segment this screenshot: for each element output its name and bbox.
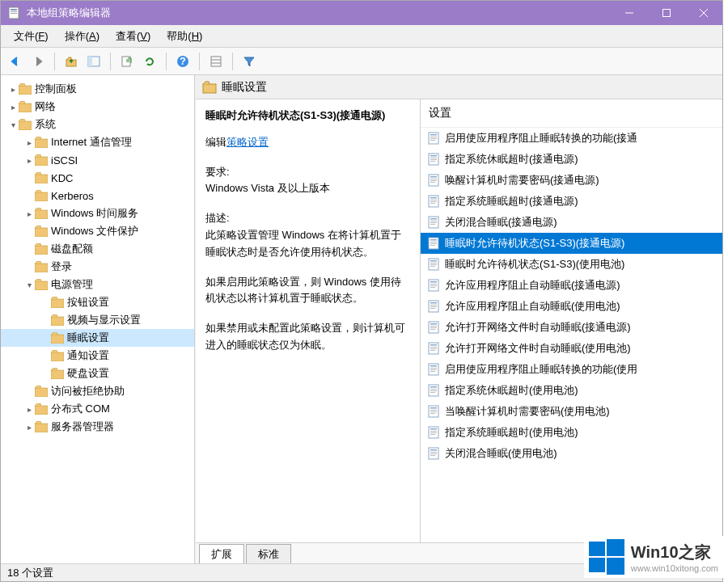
list-item[interactable]: 当唤醒计算机时需要密码(使用电池) bbox=[421, 401, 722, 422]
tree-node[interactable]: ▾电源管理 bbox=[1, 276, 194, 293]
tree-node[interactable]: ▸硬盘设置 bbox=[1, 365, 194, 382]
tree-node[interactable]: ▸Internet 通信管理 bbox=[1, 133, 194, 151]
tree-node[interactable]: ▸服务器管理器 bbox=[1, 418, 194, 436]
svg-rect-67 bbox=[430, 245, 435, 246]
menu-action[interactable]: 操作(A) bbox=[57, 26, 108, 47]
menu-view[interactable]: 查看(V) bbox=[108, 26, 159, 47]
svg-rect-65 bbox=[430, 242, 437, 242]
tree-node[interactable]: ▸iSCSI bbox=[1, 151, 194, 169]
list-item[interactable]: 允许打开网络文件时自动睡眠(使用电池) bbox=[421, 338, 722, 359]
requirements-value: Windows Vista 及以上版本 bbox=[205, 180, 410, 197]
edit-policy-link[interactable]: 策略设置 bbox=[226, 136, 269, 148]
list-item[interactable]: 允许应用程序阻止自动睡眠(使用电池) bbox=[421, 296, 722, 317]
list-item-label: 指定系统睡眠超时(使用电池) bbox=[445, 425, 578, 440]
svg-rect-3 bbox=[11, 13, 17, 14]
list-item[interactable]: 关闭混合睡眠(接通电源) bbox=[421, 212, 722, 233]
svg-rect-30 bbox=[51, 317, 64, 326]
svg-rect-64 bbox=[430, 239, 437, 241]
tree-node[interactable]: ▸按钮设置 bbox=[1, 293, 194, 311]
toolbar-separator bbox=[166, 53, 167, 70]
svg-rect-110 bbox=[430, 431, 437, 432]
titlebar[interactable]: 本地组策略编辑器 bbox=[1, 1, 722, 25]
svg-rect-71 bbox=[430, 264, 437, 265]
tree-caret-icon[interactable]: ▸ bbox=[23, 423, 35, 432]
tab-standard[interactable]: 标准 bbox=[246, 544, 291, 563]
tree-node[interactable]: ▸视频与显示设置 bbox=[1, 311, 194, 329]
list-item[interactable]: 指定系统睡眠超时(使用电池) bbox=[421, 422, 722, 443]
svg-text:?: ? bbox=[180, 55, 186, 67]
tree-node[interactable]: ▸Windows 文件保护 bbox=[1, 222, 194, 240]
tree-node[interactable]: ▸Windows 时间服务 bbox=[1, 204, 194, 222]
svg-rect-100 bbox=[430, 389, 437, 390]
tree-node[interactable]: ▸控制面板 bbox=[1, 80, 194, 98]
tree-node[interactable]: ▸KDC bbox=[1, 169, 194, 187]
menu-help[interactable]: 帮助(H) bbox=[159, 26, 210, 47]
svg-rect-90 bbox=[430, 347, 437, 348]
list-item[interactable]: 指定系统休眠超时(使用电池) bbox=[421, 380, 722, 401]
list-item[interactable]: 唤醒计算机时需要密码(接通电源) bbox=[421, 170, 722, 191]
export-button[interactable] bbox=[117, 52, 137, 71]
close-button[interactable] bbox=[685, 1, 722, 25]
tree-caret-icon[interactable]: ▸ bbox=[23, 405, 35, 414]
list-item[interactable]: 指定系统休眠超时(接通电源) bbox=[421, 149, 722, 170]
tree-caret-icon[interactable]: ▸ bbox=[23, 156, 35, 165]
tree-node[interactable]: ▸访问被拒绝协助 bbox=[1, 382, 194, 400]
svg-rect-95 bbox=[430, 368, 437, 369]
svg-rect-86 bbox=[430, 327, 437, 328]
tree-node-label: 视频与显示设置 bbox=[67, 313, 141, 327]
refresh-button[interactable] bbox=[140, 52, 159, 71]
svg-rect-10 bbox=[88, 57, 92, 66]
tree-caret-icon[interactable]: ▸ bbox=[23, 138, 35, 147]
svg-rect-25 bbox=[35, 228, 48, 237]
list-item[interactable]: 允许打开网络文件时自动睡眠(接通电源) bbox=[421, 317, 722, 338]
svg-rect-46 bbox=[430, 159, 437, 160]
list-item-label: 睡眠时允许待机状态(S1-S3)(使用电池) bbox=[445, 257, 624, 272]
tree-node[interactable]: ▸Kerberos bbox=[1, 187, 194, 204]
watermark-text: Win10之家 bbox=[631, 542, 718, 563]
minimize-button[interactable] bbox=[611, 1, 648, 25]
tree-node[interactable]: ▸睡眠设置 bbox=[1, 329, 194, 347]
properties-button[interactable] bbox=[206, 52, 226, 71]
list-item[interactable]: 睡眠时允许待机状态(S1-S3)(使用电池) bbox=[421, 254, 722, 275]
list-item[interactable]: 指定系统睡眠超时(接通电源) bbox=[421, 191, 722, 212]
svg-rect-32 bbox=[51, 352, 64, 361]
back-button[interactable] bbox=[6, 52, 25, 71]
svg-rect-1 bbox=[11, 9, 17, 11]
tree-node[interactable]: ▸磁盘配额 bbox=[1, 240, 194, 258]
svg-rect-54 bbox=[430, 197, 437, 199]
list-column-header[interactable]: 设置 bbox=[421, 99, 722, 128]
help-button[interactable]: ? bbox=[173, 52, 193, 71]
tab-extended[interactable]: 扩展 bbox=[199, 544, 244, 563]
maximize-button[interactable] bbox=[648, 1, 685, 25]
tree-caret-icon[interactable]: ▸ bbox=[23, 209, 35, 218]
list-item-label: 允许应用程序阻止自动睡眠(使用电池) bbox=[445, 299, 620, 314]
list-item[interactable]: 启用使应用程序阻止睡眠转换的功能(使用 bbox=[421, 359, 722, 380]
window-title: 本地组策略编辑器 bbox=[27, 6, 611, 20]
tree-node[interactable]: ▸网络 bbox=[1, 98, 194, 116]
filter-button[interactable] bbox=[239, 52, 259, 71]
tree-node-label: Internet 通信管理 bbox=[51, 135, 132, 150]
tree-caret-icon[interactable]: ▸ bbox=[7, 103, 19, 112]
tree-caret-icon[interactable]: ▾ bbox=[23, 280, 35, 289]
svg-rect-17 bbox=[19, 86, 32, 95]
show-hide-tree-button[interactable] bbox=[84, 52, 104, 71]
tree-node[interactable]: ▸登录 bbox=[1, 258, 194, 276]
list-item[interactable]: 允许应用程序阻止自动睡眠(接通电源) bbox=[421, 275, 722, 296]
tree-caret-icon[interactable]: ▾ bbox=[7, 120, 19, 129]
list-item-label: 指定系统睡眠超时(接通电源) bbox=[445, 194, 578, 209]
forward-button[interactable] bbox=[28, 52, 48, 71]
tree-node-label: 访问被拒绝协助 bbox=[51, 384, 125, 398]
list-item[interactable]: 启用使应用程序阻止睡眠转换的功能(接通 bbox=[421, 128, 722, 149]
nav-tree[interactable]: ▸控制面板▸网络▾系统▸Internet 通信管理▸iSCSI▸KDC▸Kerb… bbox=[1, 75, 195, 563]
up-button[interactable] bbox=[61, 52, 81, 71]
list-item[interactable]: 关闭混合睡眠(使用电池) bbox=[421, 443, 722, 464]
tree-node[interactable]: ▸分布式 COM bbox=[1, 400, 194, 418]
tree-caret-icon[interactable]: ▸ bbox=[7, 85, 19, 94]
tree-node[interactable]: ▸通知设置 bbox=[1, 347, 194, 365]
tree-node-label: 通知设置 bbox=[67, 348, 109, 363]
tree-node[interactable]: ▾系统 bbox=[1, 116, 194, 133]
menu-file[interactable]: 文件(F) bbox=[6, 26, 57, 47]
tree-node-label: Windows 时间服务 bbox=[51, 206, 138, 221]
svg-rect-109 bbox=[430, 428, 437, 430]
list-item[interactable]: 睡眠时允许待机状态(S1-S3)(接通电源) bbox=[421, 233, 722, 254]
